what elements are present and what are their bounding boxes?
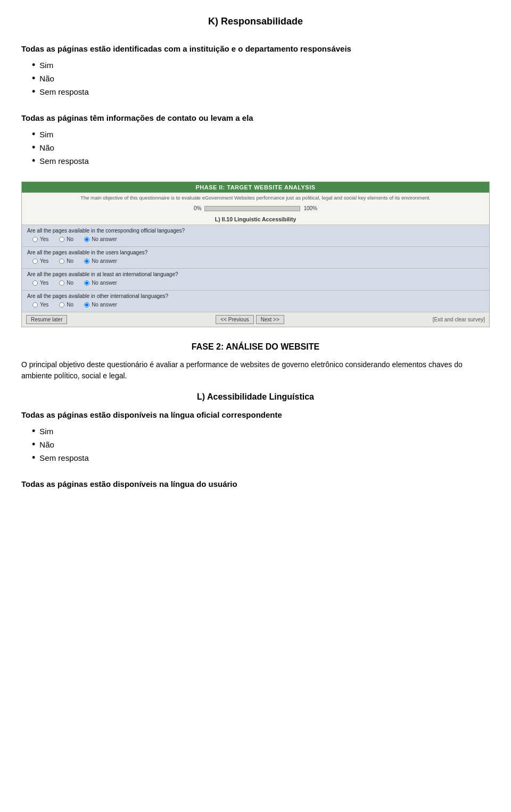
fase2-intro: O principal objetivo deste questionário … [21, 359, 490, 382]
survey-q4-text: Are all the pages available in other int… [27, 293, 484, 299]
survey-q3-yes[interactable]: Yes [32, 280, 48, 286]
survey-widget: PHASE II: TARGET WEBSITE ANALYSIS The ma… [21, 181, 490, 327]
question-4-text: Todas as páginas estão disponíveis na lí… [21, 478, 490, 490]
question-2-options: Sim Não Sem resposta [21, 129, 490, 167]
question-3-text: Todas as páginas estão disponíveis na lí… [21, 409, 490, 420]
survey-q4-noanswer[interactable]: No answer [84, 302, 117, 308]
q3-option-sem[interactable]: Sem resposta [32, 452, 490, 463]
q3-option-sim[interactable]: Sim [32, 426, 490, 437]
question-2-text: Todas as páginas têm informações de cont… [21, 112, 490, 123]
survey-q3-no[interactable]: No [59, 280, 73, 286]
question-2-block: Todas as páginas têm informações de cont… [21, 112, 490, 167]
previous-button[interactable]: << Previous [216, 315, 253, 324]
survey-q4-yes[interactable]: Yes [32, 302, 48, 308]
survey-q4-options: Yes No No answer [27, 302, 484, 308]
q2-option-sim[interactable]: Sim [32, 129, 490, 140]
survey-q3-text: Are all the pages available in at least … [27, 271, 484, 277]
survey-q2-yes[interactable]: Yes [32, 258, 48, 264]
question-1-text: Todas as páginas estão identificadas com… [21, 43, 490, 54]
question-3-options: Sim Não Sem resposta [21, 426, 490, 463]
q2-option-nao[interactable]: Não [32, 142, 490, 153]
survey-q1-yes[interactable]: Yes [32, 236, 48, 242]
survey-q2-text: Are all the pages available in the users… [27, 250, 484, 255]
survey-subtitle: The main objective of this questionnaire… [22, 193, 489, 203]
survey-header: PHASE II: TARGET WEBSITE ANALYSIS [22, 182, 489, 193]
q1-option-nao[interactable]: Não [32, 73, 490, 84]
question-1-block: Todas as páginas estão identificadas com… [21, 43, 490, 97]
section-l-title: L) Acessibilidade Linguística [21, 392, 490, 402]
resume-later-button[interactable]: Resume later [26, 315, 67, 324]
survey-q1-options: Yes No No answer [27, 236, 484, 242]
survey-section-title: L) II.10 Linguistic Accessibility [22, 214, 489, 225]
survey-q4-no[interactable]: No [59, 302, 73, 308]
section-k-title: K) Responsabilidade [21, 16, 490, 27]
question-3-block: Todas as páginas estão disponíveis na lí… [21, 409, 490, 463]
q3-option-nao[interactable]: Não [32, 439, 490, 450]
survey-footer: Resume later << Previous Next >> [Exit a… [22, 312, 489, 327]
survey-q1-noanswer[interactable]: No answer [84, 236, 117, 242]
q2-option-sem[interactable]: Sem resposta [32, 155, 490, 167]
survey-q2-block: Are all the pages available in the users… [22, 246, 489, 268]
progress-start-label: 0% [194, 205, 201, 211]
survey-q1-block: Are all the pages available in the corre… [22, 225, 489, 246]
survey-q1-no[interactable]: No [59, 236, 73, 242]
survey-q2-no[interactable]: No [59, 258, 73, 264]
survey-q1-text: Are all the pages available in the corre… [27, 228, 484, 234]
survey-nav-buttons: << Previous Next >> [216, 315, 284, 324]
fase2-title: FASE 2: ANÁLISE DO WEBSITE [21, 342, 490, 352]
q1-option-sim[interactable]: Sim [32, 60, 490, 71]
exit-clear-link[interactable]: [Exit and clear survey] [433, 317, 485, 322]
q1-option-sem[interactable]: Sem resposta [32, 86, 490, 97]
survey-q2-options: Yes No No answer [27, 258, 484, 264]
survey-q3-noanswer[interactable]: No answer [84, 280, 117, 286]
next-button[interactable]: Next >> [256, 315, 284, 324]
survey-q4-block: Are all the pages available in other int… [22, 290, 489, 312]
survey-q3-block: Are all the pages available in at least … [22, 268, 489, 290]
survey-progress-row: 0% 100% [22, 203, 489, 214]
progress-end-label: 100% [303, 205, 317, 211]
progress-bar [204, 206, 300, 211]
question-1-options: Sim Não Sem resposta [21, 60, 490, 97]
survey-q3-options: Yes No No answer [27, 280, 484, 286]
question-4-block: Todas as páginas estão disponíveis na lí… [21, 478, 490, 490]
survey-q2-noanswer[interactable]: No answer [84, 258, 117, 264]
